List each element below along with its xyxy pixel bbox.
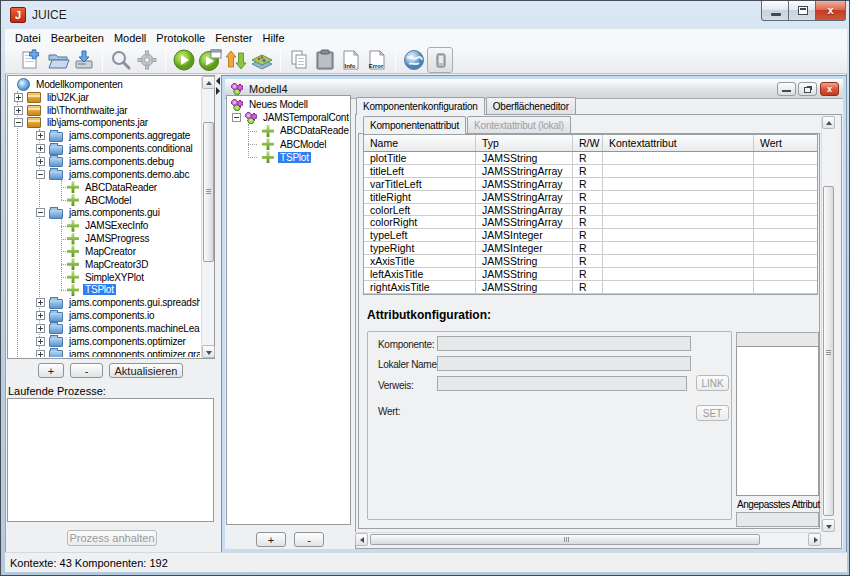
settings-gear-icon[interactable] [134,47,160,73]
scrollbar-thumb[interactable] [203,122,214,262]
content-horizontal-scrollbar[interactable] [355,532,821,545]
sort-arrows-icon[interactable] [223,47,249,73]
scrollbar-thumb[interactable] [370,534,760,545]
scroll-down-button[interactable] [822,519,835,532]
tree-item[interactable]: jams.components.gui.spreadsheet [9,296,200,309]
remove-component-button[interactable]: - [70,363,103,378]
run-model-gui-icon[interactable] [197,47,223,73]
running-processes-list[interactable] [7,398,214,522]
run-model-icon[interactable] [171,47,197,73]
collapse-icon[interactable] [14,118,23,127]
menu-hilfe[interactable]: Hilfe [258,32,290,44]
close-button[interactable]: x [815,1,846,21]
collapse-left-icon[interactable] [216,77,220,85]
table-row[interactable]: titleLeftJAMSStringArrayR [364,165,817,178]
table-row[interactable]: xAxisTitleJAMSStringR [364,255,817,268]
refresh-button[interactable]: Aktualisieren [109,363,183,378]
tree-item[interactable]: ABCModel [228,138,349,151]
tree-root[interactable]: Modellkomponenten [9,78,200,91]
tab-oberflaecheneditor[interactable]: Oberflächeneditor [486,97,576,114]
lokaler-name-field[interactable] [437,356,691,371]
tree-scrollbar[interactable] [201,76,214,358]
search-icon[interactable] [108,47,134,73]
set-button[interactable]: SET [696,405,729,421]
menu-fenster[interactable]: Fenster [210,32,257,44]
tree-item[interactable]: lib\J2K.jar [9,91,200,104]
tree-item[interactable]: MapCreator [9,245,200,258]
tree-item[interactable]: lib\jams-components.jar [9,117,200,130]
device-icon[interactable] [427,47,453,73]
tree-item[interactable]: JAMSTemporalContext [228,111,349,124]
open-model-icon[interactable] [45,47,71,73]
menu-modell[interactable]: Modell [109,32,151,44]
content-vertical-scrollbar[interactable] [821,116,834,532]
title-bar[interactable]: J JUICE x [1,1,849,29]
table-row[interactable]: varTitleLeftJAMSStringArrayR [364,178,817,191]
table-row[interactable]: rightAxisTitleJAMSStringR [364,281,817,294]
add-component-button[interactable]: + [38,363,64,378]
copy-icon[interactable] [286,47,312,73]
expand-icon[interactable] [36,157,45,166]
tree-item[interactable]: jams.components.demo.abc [9,168,200,181]
model-minimize-button[interactable] [777,82,796,96]
collapse-icon[interactable] [36,170,45,179]
menu-bearbeiten[interactable]: Bearbeiten [46,32,109,44]
minimize-button[interactable] [761,1,789,21]
scroll-down-button[interactable] [202,345,215,358]
info-log-icon[interactable]: Info [338,47,364,73]
col-typ[interactable]: Typ [476,135,573,151]
scrollbar-thumb[interactable] [823,186,834,516]
expand-icon[interactable] [36,337,45,346]
collapse-right-icon[interactable] [216,87,220,95]
tree-item[interactable]: jams.components.io [9,309,200,322]
model-remove-button[interactable]: - [294,532,324,547]
expand-icon[interactable] [36,298,45,307]
menu-datei[interactable]: Datei [10,32,46,44]
model-restore-button[interactable] [798,82,817,96]
expand-icon[interactable] [36,144,45,153]
tab-komponentenkonfiguration[interactable]: Komponentenkonfiguration [356,97,485,115]
col-wert[interactable]: Wert [754,135,817,151]
map-layers-icon[interactable] [249,47,275,73]
tree-item[interactable]: JAMSProgress [9,232,200,245]
table-row[interactable]: typeLeftJAMSIntegerR [364,229,817,242]
expand-icon[interactable] [36,350,45,357]
tree-item[interactable]: jams.components.debug [9,155,200,168]
stop-process-button[interactable]: Prozess anhalten [67,530,157,546]
collapse-icon[interactable] [36,208,45,217]
scroll-up-button[interactable] [202,76,215,89]
tree-root[interactable]: Neues Modell [228,98,349,111]
tree-item-selected[interactable]: TSPlot [228,151,349,164]
expand-icon[interactable] [14,93,23,102]
scroll-left-button[interactable] [355,533,368,546]
tree-item[interactable]: jams.components.machineLearning [9,322,200,335]
model-close-button[interactable]: x [820,82,839,96]
link-button[interactable]: LINK [696,375,729,391]
table-row[interactable]: colorRightJAMSStringArrayR [364,216,817,229]
tree-item[interactable]: jams.components.optimizer.gradient [9,348,200,357]
col-kontextattribut[interactable]: Kontextattribut [603,135,754,151]
save-model-icon[interactable] [71,47,97,73]
tree-item[interactable]: ABCDataReader [228,124,349,137]
tree-item[interactable]: SimpleXYPlot [9,271,200,284]
tree-item-selected[interactable]: TSPlot [9,284,200,297]
col-rw[interactable]: R/W [573,135,603,151]
collapse-icon[interactable] [232,113,241,122]
scroll-right-button[interactable] [808,533,821,546]
tab-kontextattribut[interactable]: Kontextattribut (lokal) [467,116,571,133]
table-row[interactable]: typeRightJAMSIntegerR [364,242,817,255]
table-row[interactable]: leftAxisTitleJAMSStringR [364,268,817,281]
scroll-up-button[interactable] [822,116,835,129]
menu-protokolle[interactable]: Protokolle [151,32,210,44]
table-row[interactable]: titleRightJAMSStringArrayR [364,191,817,204]
table-row[interactable]: plotTitleJAMSStringR [364,152,817,165]
tree-item[interactable]: MapCreator3D [9,258,200,271]
table-row[interactable]: colorLeftJAMSStringArrayR [364,204,817,217]
col-name[interactable]: Name [364,135,476,151]
clipboard-icon[interactable] [312,47,338,73]
custom-attribute-field-bottom[interactable] [736,512,819,527]
model-add-button[interactable]: + [256,532,286,547]
expand-icon[interactable] [36,311,45,320]
error-log-icon[interactable]: Error [364,47,390,73]
tree-item[interactable]: lib\Thornthwaite.jar [9,104,200,117]
